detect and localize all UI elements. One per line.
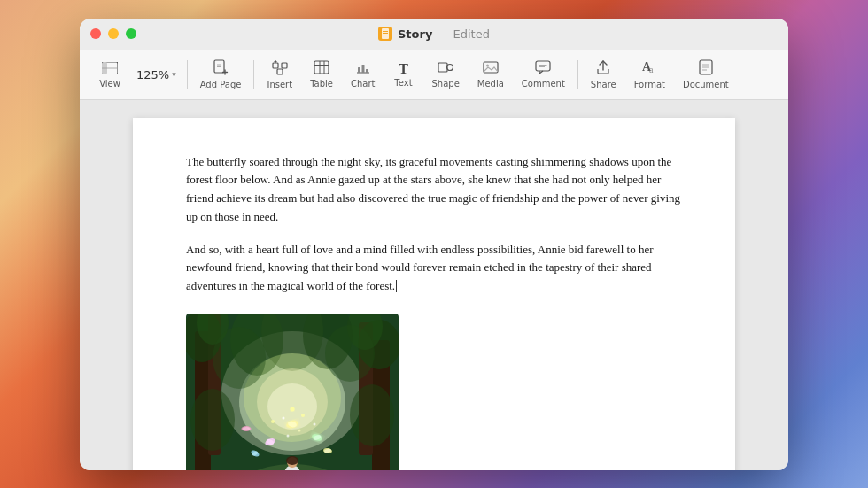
separator-3 <box>577 60 578 89</box>
document-button[interactable]: Document <box>674 56 738 93</box>
view-label: View <box>99 79 120 89</box>
content-area[interactable]: The butterfly soared through the night s… <box>80 100 788 470</box>
document-status: — Edited <box>438 27 490 41</box>
text-cursor <box>396 280 397 292</box>
svg-point-100 <box>325 325 375 382</box>
svg-rect-2 <box>383 33 388 34</box>
add-page-label: Add Page <box>200 80 242 89</box>
media-icon <box>483 60 499 77</box>
chart-label: Chart <box>351 79 375 89</box>
media-button[interactable]: Media <box>469 57 513 92</box>
document-page[interactable]: The butterfly soared through the night s… <box>133 118 735 470</box>
separator-1 <box>187 60 188 89</box>
svg-point-98 <box>350 384 394 446</box>
document-icon <box>699 59 713 78</box>
table-label: Table <box>310 79 333 89</box>
svg-point-95 <box>287 435 290 438</box>
svg-rect-14 <box>277 69 283 74</box>
document-label: Document <box>683 80 729 89</box>
comment-icon <box>535 60 551 77</box>
table-icon <box>314 60 329 77</box>
svg-rect-22 <box>358 67 360 73</box>
shape-icon <box>438 60 453 77</box>
svg-point-91 <box>283 417 285 420</box>
forest-illustration <box>186 314 399 469</box>
svg-point-97 <box>190 389 235 451</box>
svg-point-89 <box>243 427 250 430</box>
svg-rect-27 <box>484 62 498 73</box>
svg-point-90 <box>291 407 295 412</box>
close-button[interactable] <box>90 28 101 39</box>
svg-point-69 <box>286 456 298 465</box>
insert-label: Insert <box>267 80 292 89</box>
document-title: Story <box>398 27 432 41</box>
paragraph-1[interactable]: The butterfly soared through the night s… <box>186 153 682 227</box>
separator-2 <box>253 60 254 89</box>
chart-icon <box>355 60 371 77</box>
app-window: Story — Edited View 125% ▾ <box>80 19 788 470</box>
shape-button[interactable]: Shape <box>422 57 468 92</box>
svg-text:a: a <box>649 65 654 74</box>
svg-rect-25 <box>438 63 447 72</box>
add-page-icon <box>213 59 229 78</box>
zoom-value: 125% <box>136 68 169 81</box>
svg-rect-29 <box>536 61 550 71</box>
text-label: Text <box>394 78 412 88</box>
svg-point-94 <box>271 420 275 423</box>
svg-point-99 <box>213 327 266 389</box>
zoom-control[interactable]: 125% ▾ <box>129 65 183 85</box>
svg-rect-13 <box>282 63 287 68</box>
traffic-lights <box>90 28 136 39</box>
svg-rect-3 <box>383 35 386 35</box>
svg-rect-24 <box>366 69 368 73</box>
titlebar: Story — Edited <box>80 19 788 50</box>
document-image[interactable] <box>186 314 682 469</box>
document-icon <box>378 27 392 41</box>
format-button[interactable]: A a Format <box>625 56 674 93</box>
zoom-arrow: ▾ <box>172 70 176 79</box>
comment-button[interactable]: Comment <box>513 57 574 92</box>
svg-rect-17 <box>314 61 329 74</box>
format-label: Format <box>634 80 665 89</box>
share-label: Share <box>591 80 616 89</box>
svg-point-28 <box>486 65 489 67</box>
paragraph-2[interactable]: And so, with a heart full of love and a … <box>186 241 682 296</box>
view-icon <box>102 61 118 77</box>
media-label: Media <box>477 79 504 89</box>
insert-button[interactable]: Insert <box>258 56 301 93</box>
insert-icon <box>272 59 288 78</box>
svg-point-92 <box>301 414 305 417</box>
share-icon <box>596 59 610 78</box>
svg-point-93 <box>314 423 316 426</box>
toolbar: View 125% ▾ Add Page <box>80 50 788 100</box>
chart-button[interactable]: Chart <box>342 57 384 92</box>
text-icon: T <box>399 62 408 76</box>
comment-label: Comment <box>522 79 565 89</box>
shape-label: Shape <box>431 79 459 89</box>
svg-point-96 <box>298 430 301 432</box>
add-page-button[interactable]: Add Page <box>191 56 251 93</box>
view-button[interactable]: View <box>90 58 129 92</box>
share-button[interactable]: Share <box>582 56 625 93</box>
svg-rect-23 <box>361 65 364 73</box>
maximize-button[interactable] <box>126 28 136 39</box>
title-area: Story — Edited <box>378 27 490 41</box>
minimize-button[interactable] <box>108 28 119 39</box>
text-button[interactable]: T Text <box>384 58 422 91</box>
svg-rect-12 <box>273 63 278 68</box>
format-icon: A a <box>641 59 657 78</box>
svg-rect-1 <box>383 31 388 32</box>
table-button[interactable]: Table <box>301 57 342 92</box>
